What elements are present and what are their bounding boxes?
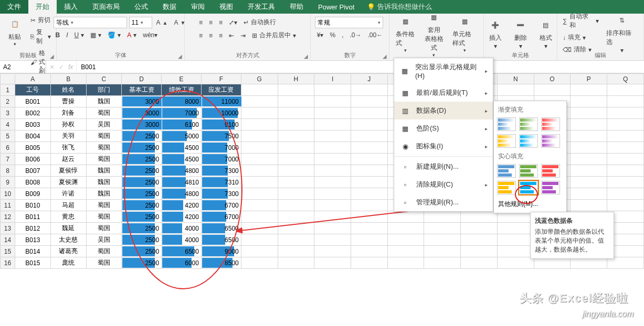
conditional-format-button[interactable]: ▦条件格式▾ [393, 12, 419, 54]
cell-total[interactable]: 9000 [201, 246, 241, 257]
empty-cell[interactable] [571, 177, 607, 188]
empty-cell[interactable] [387, 234, 424, 246]
col-header-E[interactable]: E [162, 74, 202, 84]
empty-cell[interactable] [607, 119, 644, 131]
empty-cell[interactable] [351, 257, 387, 269]
row-header-16[interactable]: 16 [1, 257, 15, 269]
empty-cell[interactable] [607, 188, 644, 200]
cell-perf[interactable]: 4200 [162, 200, 202, 211]
percent-button[interactable]: % [328, 30, 337, 40]
fill-color-button[interactable]: 🪣▾ [105, 30, 123, 40]
formula-input[interactable]: B001 [77, 61, 644, 73]
cell-id[interactable]: B007 [15, 165, 50, 177]
empty-cell[interactable] [278, 223, 314, 234]
empty-cell[interactable] [241, 165, 278, 177]
empty-cell[interactable] [387, 211, 424, 223]
cf-color-scales[interactable]: ▦色阶(S)▸ [394, 119, 493, 137]
cell-id[interactable]: B004 [15, 131, 50, 142]
empty-cell[interactable] [607, 96, 644, 107]
menu-layout[interactable]: 页面布局 [85, 0, 127, 14]
cell-base[interactable]: 2500 [122, 131, 162, 142]
empty-cell[interactable] [571, 84, 607, 96]
gradient-blue-swatch[interactable] [497, 117, 516, 131]
empty-cell[interactable] [607, 200, 644, 211]
col-header-D[interactable]: D [122, 74, 162, 84]
cell-name[interactable]: 黄忠 [50, 211, 86, 223]
currency-button[interactable]: ¥▾ [315, 30, 326, 40]
cell-dept[interactable]: 魏国 [86, 177, 122, 188]
cell-total[interactable]: 8500 [201, 257, 241, 269]
align-bottom-button[interactable]: ≡ [217, 18, 225, 27]
empty-cell[interactable] [497, 257, 534, 269]
cell-name[interactable]: 魏延 [50, 223, 86, 234]
number-launcher[interactable]: ◢ [382, 53, 388, 59]
cell-name[interactable]: 张飞 [50, 142, 86, 154]
cell-dept[interactable]: 蜀国 [86, 246, 122, 257]
col-header-Q[interactable]: Q [607, 74, 644, 84]
empty-cell[interactable] [241, 246, 278, 257]
solid-green-swatch[interactable] [519, 164, 538, 178]
italic-button[interactable]: I [64, 30, 70, 40]
cell-id[interactable]: B008 [15, 177, 50, 188]
cell-total[interactable]: 6500 [201, 234, 241, 246]
cf-data-bars[interactable]: ▥数据条(D)▸ [394, 102, 493, 119]
row-header-1[interactable]: 1 [1, 84, 15, 96]
col-header-N[interactable]: N [497, 74, 534, 84]
cell-total[interactable]: 7300 [201, 188, 241, 200]
empty-cell[interactable] [461, 257, 498, 269]
empty-cell[interactable] [278, 246, 314, 257]
cell-perf[interactable]: 4800 [162, 165, 202, 177]
cell-perf[interactable]: 6500 [162, 246, 202, 257]
empty-cell[interactable] [241, 84, 278, 96]
empty-cell[interactable] [314, 142, 351, 154]
empty-cell[interactable] [314, 177, 351, 188]
increase-font-button[interactable]: A▲ [154, 18, 170, 27]
empty-cell[interactable] [607, 84, 644, 96]
empty-cell[interactable] [241, 154, 278, 165]
empty-cell[interactable] [278, 131, 314, 142]
cell-id[interactable]: B009 [15, 188, 50, 200]
cell-name[interactable]: 许诺 [50, 188, 86, 200]
solid-orange-swatch[interactable] [497, 181, 516, 194]
empty-cell[interactable] [314, 257, 351, 269]
empty-cell[interactable] [314, 223, 351, 234]
cell-dept[interactable]: 魏国 [86, 96, 122, 107]
increase-indent-button[interactable]: ⇥ [238, 31, 248, 40]
cell-base[interactable]: 2500 [122, 211, 162, 223]
solid-blue-swatch[interactable] [497, 164, 516, 178]
empty-cell[interactable] [607, 107, 644, 119]
row-header-6[interactable]: 6 [1, 142, 15, 154]
cell-id[interactable]: B006 [15, 154, 50, 165]
empty-cell[interactable] [278, 257, 314, 269]
empty-cell[interactable] [351, 131, 387, 142]
cell-base[interactable]: 2500 [122, 154, 162, 165]
cell-perf[interactable]: 4500 [162, 142, 202, 154]
solid-lightblue-swatch[interactable] [519, 181, 538, 194]
cell-name[interactable]: 孙权 [50, 119, 86, 131]
empty-cell[interactable] [241, 223, 278, 234]
cell-perf[interactable]: 4000 [162, 223, 202, 234]
empty-cell[interactable] [314, 234, 351, 246]
row-header-7[interactable]: 7 [1, 154, 15, 165]
empty-cell[interactable] [571, 142, 607, 154]
empty-cell[interactable] [534, 84, 571, 96]
font-size-combo[interactable]: 11▾ [129, 17, 152, 28]
empty-cell[interactable] [278, 84, 314, 96]
cell-name[interactable]: 诸葛亮 [50, 246, 86, 257]
cell-total[interactable]: 7300 [201, 165, 241, 177]
empty-cell[interactable] [351, 96, 387, 107]
cell-name[interactable]: 夏侯渊 [50, 177, 86, 188]
cell-dept[interactable]: 蜀国 [86, 107, 122, 119]
cf-clear-rules[interactable]: ▫清除规则(C)▸ [394, 176, 493, 193]
cell-id[interactable]: B003 [15, 119, 50, 131]
empty-cell[interactable] [351, 234, 387, 246]
empty-cell[interactable] [607, 177, 644, 188]
col-header-C[interactable]: C [86, 74, 122, 84]
cell-dept[interactable]: 吴国 [86, 119, 122, 131]
align-left-button[interactable]: ≡ [197, 31, 205, 40]
empty-cell[interactable] [241, 107, 278, 119]
cell-total[interactable]: 6700 [201, 211, 241, 223]
empty-cell[interactable] [424, 223, 461, 234]
empty-cell[interactable] [241, 234, 278, 246]
cell-base[interactable]: 2500 [122, 177, 162, 188]
